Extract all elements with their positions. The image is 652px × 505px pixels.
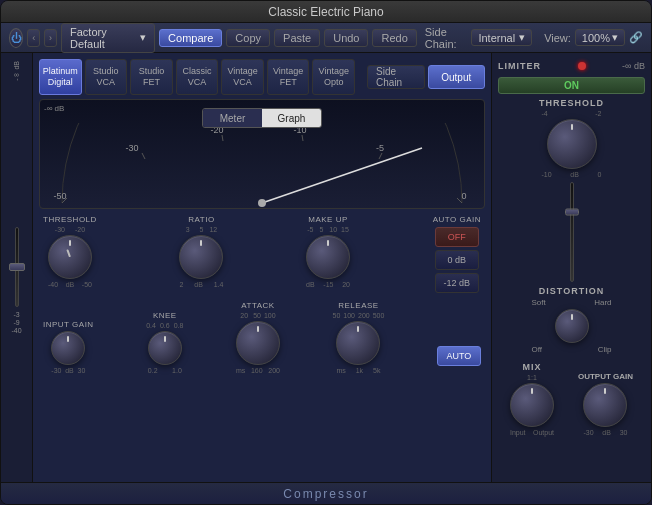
type-classic-vca[interactable]: Classic VCA [176, 59, 219, 95]
attack-50: 50 [253, 312, 261, 319]
input-gain-label: INPUT GAIN [43, 320, 94, 329]
hard-label: Hard [594, 298, 611, 307]
attack-knob[interactable] [236, 321, 280, 365]
main-content: -∞ dB -3 -9 -40 Platinum Digital Studio … [1, 53, 651, 482]
mix-knob[interactable] [510, 383, 554, 427]
type-platinum-digital[interactable]: Platinum Digital [39, 59, 82, 95]
limiter-section: LIMITER -∞ dB [498, 59, 645, 73]
threshold-max: -50 [82, 281, 92, 288]
thresh-db: dB [570, 171, 579, 178]
mix-output: Output [533, 429, 554, 436]
type-studio-vca[interactable]: Studio VCA [85, 59, 128, 95]
limiter-led [578, 62, 586, 70]
meter-area: -∞ dB Meter Graph -50 - [39, 99, 485, 209]
knobs-row-1: THRESHOLD -30 -20 -40 dB -50 [39, 213, 485, 295]
power-button[interactable]: ⏻ [9, 28, 23, 48]
svg-text:0: 0 [461, 191, 466, 201]
release-knob[interactable] [336, 321, 380, 365]
ratio-min: 2 [179, 281, 183, 288]
release-unit: ms [336, 367, 345, 374]
autogain-12db-button[interactable]: -12 dB [435, 273, 479, 293]
autogain-0db-button[interactable]: 0 dB [435, 250, 479, 270]
attack-label: ATTACK [241, 301, 274, 310]
output-gain-group: OUTPUT GAIN -30 dB 30 [578, 372, 633, 436]
input-unit: dB [65, 367, 74, 374]
ratio-scale-12: 12 [209, 226, 217, 233]
mix-output-row: MIX 1:1 Input Output OUTPUT GAIN -30 dB [498, 362, 645, 436]
right-db-label: -∞ dB [622, 61, 645, 71]
meter-tab-graph[interactable]: Graph [262, 109, 321, 127]
distortion-knob[interactable] [555, 309, 589, 343]
auto-button-group: AUTO [437, 346, 481, 374]
view-value-dropdown[interactable]: 100% ▾ [575, 29, 625, 46]
auto-button[interactable]: AUTO [437, 346, 481, 366]
compressor-types: Platinum Digital Studio VCA Studio FET C… [39, 59, 355, 95]
makeup-label: MAKE UP [308, 215, 348, 224]
ratio-val14: 1.4 [214, 281, 224, 288]
threshold-knob[interactable] [48, 235, 92, 279]
sidechain-button[interactable]: Side Chain [367, 65, 424, 89]
preset-name-dropdown[interactable]: Factory Default ▾ [61, 23, 155, 53]
input-gain-knob[interactable] [51, 331, 85, 365]
output-unit: dB [602, 429, 611, 436]
rel-500: 500 [373, 312, 385, 319]
redo-button[interactable]: Redo [372, 29, 416, 47]
release-1k: 1k [356, 367, 363, 374]
fader-scale-minus9: -3 [13, 311, 19, 318]
right-panel: LIMITER -∞ dB ON THRESHOLD -4 -2 -10 dB … [491, 53, 651, 482]
nav-forward-button[interactable]: › [44, 29, 57, 47]
autogain-off-button[interactable]: OFF [435, 227, 479, 247]
input-fader-handle[interactable] [9, 263, 25, 271]
knee-04: 0.4 [146, 322, 156, 329]
meter-tab-meter[interactable]: Meter [203, 109, 262, 127]
fader-scale-minus18: -9 [13, 319, 19, 326]
copy-button[interactable]: Copy [226, 29, 270, 47]
right-threshold-knob[interactable] [547, 119, 597, 169]
center-panel: Platinum Digital Studio VCA Studio FET C… [33, 53, 491, 482]
nav-back-button[interactable]: ‹ [27, 29, 40, 47]
paste-button[interactable]: Paste [274, 29, 320, 47]
power-icon: ⏻ [11, 32, 22, 44]
output-button[interactable]: Output [428, 65, 485, 89]
bottom-bar: Compressor [1, 482, 651, 504]
left-panel: -∞ dB -3 -9 -40 [1, 53, 33, 482]
type-vintage-fet[interactable]: Vintage FET [267, 59, 310, 95]
makeup-knob[interactable] [306, 235, 350, 279]
undo-button[interactable]: Undo [324, 29, 368, 47]
threshold-group: THRESHOLD -30 -20 -40 dB -50 [43, 215, 97, 288]
right-fader-track [570, 182, 574, 282]
type-vintage-opto[interactable]: Vintage Opto [312, 59, 355, 95]
right-threshold-label: THRESHOLD [539, 98, 604, 108]
svg-line-12 [262, 148, 422, 203]
type-studio-fet[interactable]: Studio FET [130, 59, 173, 95]
svg-point-13 [258, 199, 266, 207]
soft-hard-labels: Soft Hard [532, 298, 612, 307]
right-fader-handle[interactable] [565, 209, 579, 216]
ratio-scale-3: 3 [186, 226, 190, 233]
ratio-unit: dB [194, 281, 203, 288]
makeup-min: -15 [323, 281, 333, 288]
threshold-label: THRESHOLD [43, 215, 97, 224]
makeup-unit: dB [306, 281, 315, 288]
view-label: View: [544, 32, 571, 44]
ratio-knob[interactable] [179, 235, 223, 279]
makeup-scale-15: 15 [341, 226, 349, 233]
type-vintage-vca[interactable]: Vintage VCA [221, 59, 264, 95]
compare-button[interactable]: Compare [159, 29, 222, 47]
sidechain-arrow-icon: ▾ [519, 31, 525, 44]
svg-text:-5: -5 [376, 143, 384, 153]
input-db-label: -∞ dB [13, 61, 20, 81]
knee-knob[interactable] [148, 331, 182, 365]
meter-svg: -50 -30 -20 -10 -5 0 [40, 123, 484, 208]
auto-gain-group: AUTO GAIN OFF 0 dB -12 dB [433, 215, 481, 293]
fader-scale-minus40: -40 [11, 327, 21, 334]
output-gain-knob[interactable] [583, 383, 627, 427]
sidechain-select[interactable]: Internal ▾ [471, 29, 532, 46]
input-max: 30 [78, 367, 86, 374]
link-icon: 🔗 [629, 31, 643, 44]
limiter-on-button[interactable]: ON [498, 77, 645, 94]
output-max: 30 [620, 429, 628, 436]
thresh-n2: -2 [595, 110, 601, 117]
input-min: -30 [51, 367, 61, 374]
ratio-group: RATIO 3 5 12 2 dB 1.4 [179, 215, 223, 288]
